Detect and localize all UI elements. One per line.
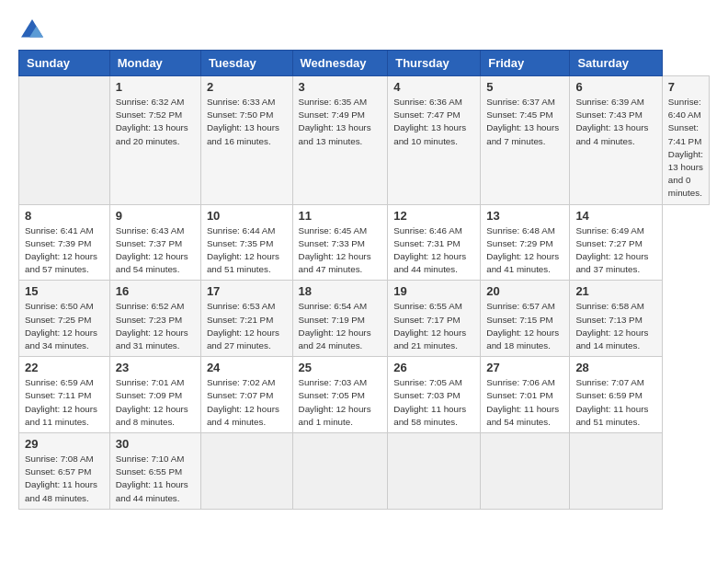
day-number: 23 [116, 361, 195, 374]
col-header-sunday: Sunday [19, 51, 110, 76]
day-number: 3 [299, 80, 382, 94]
day-number: 20 [486, 284, 563, 298]
logo-icon [18, 17, 46, 44]
logo [18, 17, 50, 44]
day-info: Sunrise: 6:35 AMSunset: 7:49 PMDaylight:… [299, 96, 382, 148]
col-header-tuesday: Tuesday [200, 51, 292, 76]
day-info: Sunrise: 6:48 AMSunset: 7:29 PMDaylight:… [486, 224, 563, 277]
day-number: 21 [575, 284, 655, 298]
day-number: 18 [299, 284, 382, 298]
day-number: 11 [299, 209, 382, 223]
day-info: Sunrise: 6:57 AMSunset: 7:15 PMDaylight:… [486, 300, 563, 352]
day-info: Sunrise: 6:33 AMSunset: 7:50 PMDaylight:… [207, 96, 287, 148]
day-number: 15 [25, 284, 104, 298]
page: SundayMondayTuesdayWednesdayThursdayFrid… [0, 0, 728, 563]
day-cell: 1Sunrise: 6:32 AMSunset: 7:52 PMDaylight… [109, 76, 200, 205]
day-number: 2 [207, 80, 287, 94]
day-cell: 3Sunrise: 6:35 AMSunset: 7:49 PMDaylight… [292, 76, 388, 205]
day-info: Sunrise: 6:49 AMSunset: 7:27 PMDaylight:… [575, 224, 655, 277]
day-info: Sunrise: 6:54 AMSunset: 7:19 PMDaylight:… [299, 300, 382, 352]
day-number: 12 [393, 209, 474, 223]
day-info: Sunrise: 7:03 AMSunset: 7:05 PMDaylight:… [299, 376, 382, 429]
day-cell: 29Sunrise: 7:08 AMSunset: 6:57 PMDayligh… [19, 433, 110, 510]
day-cell: 14Sunrise: 6:49 AMSunset: 7:27 PMDayligh… [570, 204, 662, 281]
header [18, 17, 710, 44]
day-info: Sunrise: 6:53 AMSunset: 7:21 PMDaylight:… [207, 300, 287, 352]
day-info: Sunrise: 7:02 AMSunset: 7:07 PMDaylight:… [207, 376, 287, 429]
week-row-2: 15Sunrise: 6:50 AMSunset: 7:25 PMDayligh… [19, 281, 710, 357]
day-cell: 8Sunrise: 6:41 AMSunset: 7:39 PMDaylight… [19, 204, 110, 281]
day-cell: 24Sunrise: 7:02 AMSunset: 7:07 PMDayligh… [200, 357, 292, 433]
day-number: 17 [207, 284, 287, 298]
day-info: Sunrise: 6:59 AMSunset: 7:11 PMDaylight:… [25, 376, 104, 429]
day-number: 26 [393, 361, 474, 374]
day-cell [481, 433, 570, 510]
day-info: Sunrise: 7:08 AMSunset: 6:57 PMDaylight:… [25, 453, 104, 505]
day-info: Sunrise: 6:37 AMSunset: 7:45 PMDaylight:… [486, 96, 563, 148]
day-number: 8 [25, 209, 104, 223]
day-cell [388, 433, 481, 510]
col-header-friday: Friday [481, 51, 570, 76]
day-info: Sunrise: 6:50 AMSunset: 7:25 PMDaylight:… [25, 300, 104, 352]
day-number: 13 [486, 209, 563, 223]
day-cell: 19Sunrise: 6:55 AMSunset: 7:17 PMDayligh… [388, 281, 481, 357]
day-info: Sunrise: 6:43 AMSunset: 7:37 PMDaylight:… [116, 224, 195, 277]
day-number: 14 [575, 209, 655, 223]
col-header-saturday: Saturday [570, 51, 662, 76]
day-number: 6 [575, 80, 655, 94]
day-cell: 20Sunrise: 6:57 AMSunset: 7:15 PMDayligh… [481, 281, 570, 357]
day-cell: 6Sunrise: 6:39 AMSunset: 7:43 PMDaylight… [570, 76, 662, 205]
day-cell: 21Sunrise: 6:58 AMSunset: 7:13 PMDayligh… [570, 281, 662, 357]
day-cell [19, 76, 110, 205]
day-cell: 26Sunrise: 7:05 AMSunset: 7:03 PMDayligh… [388, 357, 481, 433]
day-info: Sunrise: 6:44 AMSunset: 7:35 PMDaylight:… [207, 224, 287, 277]
day-info: Sunrise: 6:40 AMSunset: 7:41 PMDaylight:… [668, 96, 703, 201]
week-row-3: 22Sunrise: 6:59 AMSunset: 7:11 PMDayligh… [19, 357, 710, 433]
day-number: 7 [668, 80, 703, 94]
day-number: 28 [575, 361, 655, 374]
day-cell: 30Sunrise: 7:10 AMSunset: 6:55 PMDayligh… [109, 433, 200, 510]
day-info: Sunrise: 7:01 AMSunset: 7:09 PMDaylight:… [116, 376, 195, 429]
day-info: Sunrise: 6:46 AMSunset: 7:31 PMDaylight:… [393, 224, 474, 277]
day-number: 16 [116, 284, 195, 298]
day-cell: 12Sunrise: 6:46 AMSunset: 7:31 PMDayligh… [388, 204, 481, 281]
col-header-monday: Monday [109, 51, 200, 76]
week-row-0: 1Sunrise: 6:32 AMSunset: 7:52 PMDaylight… [19, 76, 710, 205]
day-cell: 27Sunrise: 7:06 AMSunset: 7:01 PMDayligh… [481, 357, 570, 433]
day-cell: 23Sunrise: 7:01 AMSunset: 7:09 PMDayligh… [109, 357, 200, 433]
day-info: Sunrise: 6:45 AMSunset: 7:33 PMDaylight:… [299, 224, 382, 277]
day-cell: 5Sunrise: 6:37 AMSunset: 7:45 PMDaylight… [481, 76, 570, 205]
day-info: Sunrise: 6:52 AMSunset: 7:23 PMDaylight:… [116, 300, 195, 352]
day-cell: 22Sunrise: 6:59 AMSunset: 7:11 PMDayligh… [19, 357, 110, 433]
day-info: Sunrise: 7:05 AMSunset: 7:03 PMDaylight:… [393, 376, 474, 429]
day-cell: 28Sunrise: 7:07 AMSunset: 6:59 PMDayligh… [570, 357, 662, 433]
day-cell: 13Sunrise: 6:48 AMSunset: 7:29 PMDayligh… [481, 204, 570, 281]
day-info: Sunrise: 7:07 AMSunset: 6:59 PMDaylight:… [575, 376, 655, 429]
day-cell: 18Sunrise: 6:54 AMSunset: 7:19 PMDayligh… [292, 281, 388, 357]
day-number: 24 [207, 361, 287, 374]
day-cell: 7Sunrise: 6:40 AMSunset: 7:41 PMDaylight… [662, 76, 709, 205]
day-info: Sunrise: 7:10 AMSunset: 6:55 PMDaylight:… [116, 453, 195, 505]
day-number: 25 [299, 361, 382, 374]
day-cell: 2Sunrise: 6:33 AMSunset: 7:50 PMDaylight… [200, 76, 292, 205]
day-info: Sunrise: 6:55 AMSunset: 7:17 PMDaylight:… [393, 300, 474, 352]
day-cell: 25Sunrise: 7:03 AMSunset: 7:05 PMDayligh… [292, 357, 388, 433]
header-row: SundayMondayTuesdayWednesdayThursdayFrid… [19, 51, 710, 76]
day-cell [292, 433, 388, 510]
day-cell: 16Sunrise: 6:52 AMSunset: 7:23 PMDayligh… [109, 281, 200, 357]
day-cell: 4Sunrise: 6:36 AMSunset: 7:47 PMDaylight… [388, 76, 481, 205]
day-cell: 10Sunrise: 6:44 AMSunset: 7:35 PMDayligh… [200, 204, 292, 281]
day-number: 22 [25, 361, 104, 374]
col-header-thursday: Thursday [388, 51, 481, 76]
day-number: 5 [486, 80, 563, 94]
day-cell: 9Sunrise: 6:43 AMSunset: 7:37 PMDaylight… [109, 204, 200, 281]
day-number: 9 [116, 209, 195, 223]
day-cell: 11Sunrise: 6:45 AMSunset: 7:33 PMDayligh… [292, 204, 388, 281]
week-row-4: 29Sunrise: 7:08 AMSunset: 6:57 PMDayligh… [19, 433, 710, 510]
day-cell [200, 433, 292, 510]
day-info: Sunrise: 6:36 AMSunset: 7:47 PMDaylight:… [393, 96, 474, 148]
day-info: Sunrise: 7:06 AMSunset: 7:01 PMDaylight:… [486, 376, 563, 429]
col-header-wednesday: Wednesday [292, 51, 388, 76]
day-number: 27 [486, 361, 563, 374]
day-info: Sunrise: 6:58 AMSunset: 7:13 PMDaylight:… [575, 300, 655, 352]
